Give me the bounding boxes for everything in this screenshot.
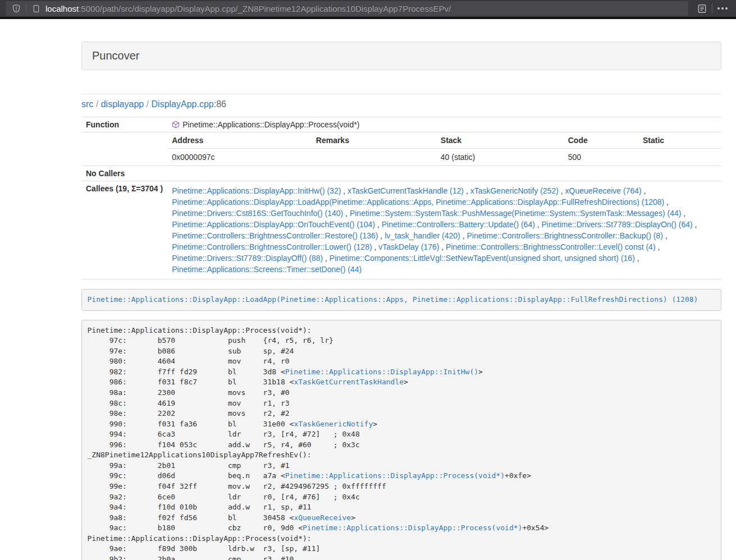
symbol-detail-row: AddressRemarksStackCodeStatic 0x0000097c…: [81, 132, 721, 166]
asm-symbol-link[interactable]: xTaskGenericNotify: [294, 420, 373, 428]
callee-link[interactable]: Pinetime::Applications::DisplayApp::OnTo…: [172, 220, 375, 229]
callee-link[interactable]: Pinetime::Controllers::BrightnessControl…: [172, 242, 372, 251]
callee-separator: ,: [663, 231, 668, 240]
browser-toolbar: localhost:5000/path/src/displayapp/Displ…: [0, 0, 736, 19]
function-name: Pinetime::Applications::DisplayApp::Proc…: [182, 120, 359, 129]
url-bar[interactable]: localhost:5000/path/src/displayapp/Displ…: [6, 1, 688, 16]
loadapp-banner-link[interactable]: Pinetime::Applications::DisplayApp::Load…: [88, 295, 698, 304]
breadcrumb-line-number: :86: [214, 99, 226, 109]
callee-separator: ,: [375, 220, 382, 229]
callee-link[interactable]: Pinetime::Applications::DisplayApp::Load…: [172, 198, 664, 206]
function-name-cell: Pinetime::Applications::DisplayApp::Proc…: [167, 117, 721, 132]
url-host: localhost: [45, 4, 79, 13]
column-header: Stack: [436, 132, 564, 149]
column-header: Address: [167, 132, 312, 149]
more-menu-icon[interactable]: [715, 1, 730, 16]
divider: [81, 94, 721, 94]
callee-link[interactable]: xTaskGetCurrentTaskHandle (12): [348, 186, 464, 195]
symbol-value-cell: 500: [564, 149, 638, 166]
callee-link[interactable]: Pinetime::Controllers::Battery::Update()…: [382, 220, 535, 229]
callee-separator: ,: [642, 186, 646, 195]
asm-symbol-link[interactable]: xQueueReceive: [294, 513, 351, 522]
callers-row: No Callers: [81, 166, 721, 181]
column-header: Code: [564, 132, 638, 149]
urlbar-divider: [26, 4, 26, 13]
callee-separator: ,: [378, 231, 385, 240]
asm-symbol-link[interactable]: xTaskGetCurrentTaskHandle: [294, 378, 404, 386]
callees-cell: Pinetime::Applications::DisplayApp::Init…: [167, 181, 721, 279]
shield-icon[interactable]: [10, 2, 22, 15]
url-path: :5000/path/src/displayapp/DisplayApp.cpp…: [79, 4, 451, 13]
callee-link[interactable]: vTaskDelay (176): [378, 242, 439, 251]
no-callers-label: No Callers: [81, 166, 167, 181]
asm-symbol-link[interactable]: Pinetime::Applications::DisplayApp::Proc…: [303, 524, 522, 532]
function-row: Function Pinetime::Applications::Display…: [81, 117, 721, 132]
breadcrumb-link[interactable]: src: [81, 99, 93, 109]
column-header: Remarks: [312, 132, 436, 149]
callee-separator: ,: [635, 254, 639, 263]
app-header-panel: Puncover: [81, 42, 721, 70]
breadcrumb-link[interactable]: displayapp: [101, 99, 144, 109]
callee-link[interactable]: Pinetime::System::SystemTask::PushMessag…: [350, 209, 682, 218]
symbol-detail-label: [81, 132, 167, 166]
callee-separator: ,: [460, 231, 467, 240]
column-header: Static: [638, 132, 721, 149]
content-container: Puncover src / displayapp / DisplayApp.c…: [81, 42, 721, 560]
breadcrumb-separator: /: [144, 99, 151, 109]
url-text[interactable]: localhost:5000/path/src/displayapp/Displ…: [45, 4, 451, 13]
callee-separator: ,: [439, 242, 446, 251]
callee-link[interactable]: Pinetime::Controllers::BrightnessControl…: [446, 242, 655, 251]
callee-link[interactable]: Pinetime::Controllers::BrightnessControl…: [172, 231, 378, 240]
callee-link[interactable]: Pinetime::Drivers::St7789::DisplayOff() …: [172, 254, 323, 263]
callee-separator: ,: [343, 209, 350, 218]
callee-separator: ,: [681, 209, 685, 218]
callee-separator: ,: [664, 198, 669, 206]
callee-separator: ,: [535, 220, 542, 229]
symbol-value-cell: [312, 149, 436, 166]
callee-link[interactable]: Pinetime::Applications::Screens::Timer::…: [172, 265, 362, 274]
loadapp-banner: Pinetime::Applications::DisplayApp::Load…: [81, 289, 721, 311]
callee-separator: ,: [341, 186, 348, 195]
toolbar-divider: [712, 3, 712, 13]
callee-link[interactable]: xQueueReceive (764): [565, 186, 642, 195]
symbol-table-value-row: 0x0000097c40 (static)500: [167, 149, 721, 166]
symbol-value-cell: [638, 149, 721, 166]
function-table: Function Pinetime::Applications::Display…: [81, 117, 721, 279]
disassembly: Pinetime::Applications::DisplayApp::Proc…: [81, 320, 721, 560]
callee-separator: ,: [693, 220, 697, 229]
symbol-detail-cell: AddressRemarksStackCodeStatic 0x0000097c…: [167, 132, 721, 166]
page-title: Puncover: [92, 49, 711, 62]
callee-link[interactable]: Pinetime::Drivers::Cst816S::GetTouchInfo…: [172, 209, 343, 218]
callee-separator: ,: [656, 242, 660, 251]
cube-icon: [172, 121, 180, 128]
callees-row: Callees (19, Σ=3704 ) Pinetime::Applicat…: [81, 181, 721, 279]
breadcrumb-link[interactable]: DisplayApp.cpp: [152, 99, 214, 109]
callers-cell: [167, 166, 721, 181]
callee-separator: ,: [559, 186, 565, 195]
asm-symbol-link[interactable]: Pinetime::Applications::DisplayApp::Init…: [285, 368, 478, 376]
page-icon: [30, 2, 42, 15]
symbol-value-cell: 0x0000097c: [167, 149, 312, 166]
function-label: Function: [81, 117, 167, 132]
symbol-table: AddressRemarksStackCodeStatic 0x0000097c…: [167, 132, 721, 166]
asm-symbol-link[interactable]: Pinetime::Applications::DisplayApp::Proc…: [285, 471, 505, 480]
callees-label: Callees (19, Σ=3704 ): [81, 181, 167, 279]
callee-link[interactable]: Pinetime::Controllers::BrightnessControl…: [467, 231, 662, 240]
callee-link[interactable]: xTaskGenericNotify (252): [470, 186, 559, 195]
breadcrumb-separator: /: [93, 99, 100, 109]
callee-separator: ,: [372, 242, 379, 251]
callee-link[interactable]: Pinetime::Components::LittleVgl::SetNewT…: [330, 254, 635, 263]
callee-link[interactable]: lv_task_handler (420): [385, 231, 460, 240]
reader-mode-icon[interactable]: [694, 1, 710, 16]
callee-separator: ,: [464, 186, 470, 195]
breadcrumb: src / displayapp / DisplayApp.cpp:86: [81, 99, 721, 109]
symbol-table-header-row: AddressRemarksStackCodeStatic: [167, 132, 721, 149]
symbol-value-cell: 40 (static): [436, 149, 564, 166]
callee-link[interactable]: Pinetime::Applications::DisplayApp::Init…: [172, 186, 341, 195]
callee-separator: ,: [323, 254, 330, 263]
callee-link[interactable]: Pinetime::Drivers::St7789::DisplayOn() (…: [542, 220, 693, 229]
